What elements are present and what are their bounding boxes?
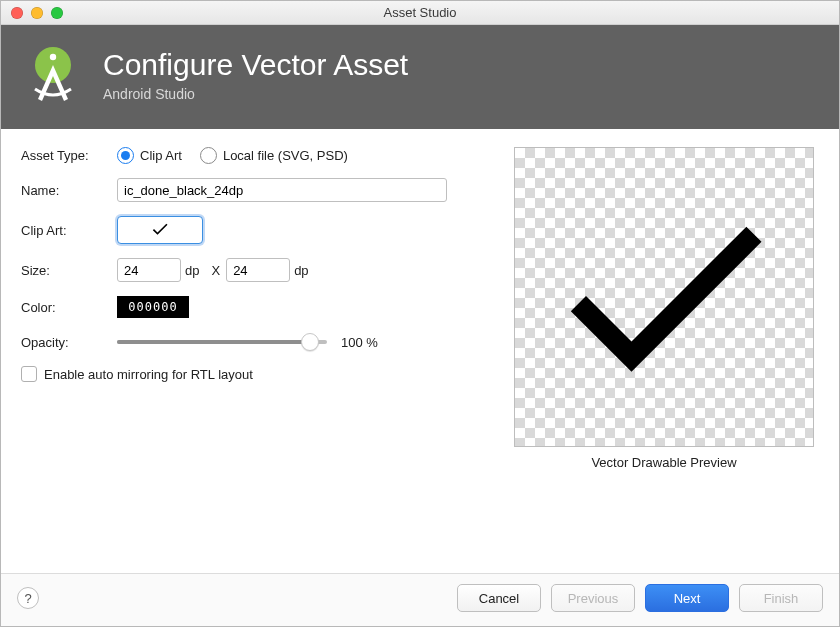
- preview-checkmark-icon: [534, 166, 794, 429]
- form-panel: Asset Type: Clip Art Local file (SVG, PS…: [21, 147, 481, 565]
- clip-art-picker-button[interactable]: [117, 216, 203, 244]
- window-title: Asset Studio: [1, 5, 839, 20]
- radio-indicator-icon: [117, 147, 134, 164]
- opacity-label: Opacity:: [21, 335, 117, 350]
- titlebar: Asset Studio: [1, 1, 839, 25]
- asset-type-radios: Clip Art Local file (SVG, PSD): [117, 147, 348, 164]
- radio-clip-art-label: Clip Art: [140, 148, 182, 163]
- preview-label: Vector Drawable Preview: [591, 455, 736, 470]
- cancel-button[interactable]: Cancel: [457, 584, 541, 612]
- name-label: Name:: [21, 183, 117, 198]
- rtl-mirroring-checkbox[interactable]: Enable auto mirroring for RTL layout: [21, 366, 481, 382]
- page-banner: Configure Vector Asset Android Studio: [1, 25, 839, 129]
- opacity-value: 100 %: [341, 335, 378, 350]
- rtl-mirroring-label: Enable auto mirroring for RTL layout: [44, 367, 253, 382]
- size-width-input[interactable]: [117, 258, 181, 282]
- next-button[interactable]: Next: [645, 584, 729, 612]
- preview-box: [514, 147, 814, 447]
- opacity-row: Opacity: 100 %: [21, 332, 481, 352]
- color-picker-button[interactable]: 000000: [117, 296, 189, 318]
- size-label: Size:: [21, 263, 117, 278]
- radio-indicator-icon: [200, 147, 217, 164]
- clip-art-row: Clip Art:: [21, 216, 481, 244]
- name-input[interactable]: [117, 178, 447, 202]
- preview-panel: Vector Drawable Preview: [509, 147, 819, 565]
- name-row: Name:: [21, 178, 481, 202]
- svg-point-1: [50, 54, 56, 60]
- checkmark-icon: [146, 219, 174, 242]
- help-button[interactable]: ?: [17, 587, 39, 609]
- asset-type-label: Asset Type:: [21, 148, 117, 163]
- size-height-input[interactable]: [226, 258, 290, 282]
- size-width-unit: dp: [185, 263, 199, 278]
- radio-local-file[interactable]: Local file (SVG, PSD): [200, 147, 348, 164]
- color-row: Color: 000000: [21, 296, 481, 318]
- slider-thumb-icon[interactable]: [301, 333, 319, 351]
- opacity-slider[interactable]: [117, 332, 327, 352]
- size-row: Size: dp X dp: [21, 258, 481, 282]
- radio-clip-art[interactable]: Clip Art: [117, 147, 182, 164]
- page-subtitle: Android Studio: [103, 86, 408, 102]
- radio-local-file-label: Local file (SVG, PSD): [223, 148, 348, 163]
- size-height-unit: dp: [294, 263, 308, 278]
- banner-titles: Configure Vector Asset Android Studio: [103, 48, 408, 103]
- color-label: Color:: [21, 300, 117, 315]
- asset-type-row: Asset Type: Clip Art Local file (SVG, PS…: [21, 147, 481, 164]
- slider-fill: [117, 340, 310, 344]
- checkbox-icon: [21, 366, 37, 382]
- previous-button[interactable]: Previous: [551, 584, 635, 612]
- android-studio-icon: [21, 43, 85, 107]
- main-content: Asset Type: Clip Art Local file (SVG, PS…: [1, 129, 839, 573]
- finish-button[interactable]: Finish: [739, 584, 823, 612]
- size-x: X: [211, 263, 220, 278]
- footer: ? Cancel Previous Next Finish: [1, 573, 839, 626]
- opacity-slider-wrap: 100 %: [117, 332, 481, 352]
- page-title: Configure Vector Asset: [103, 48, 408, 83]
- clip-art-label: Clip Art:: [21, 223, 117, 238]
